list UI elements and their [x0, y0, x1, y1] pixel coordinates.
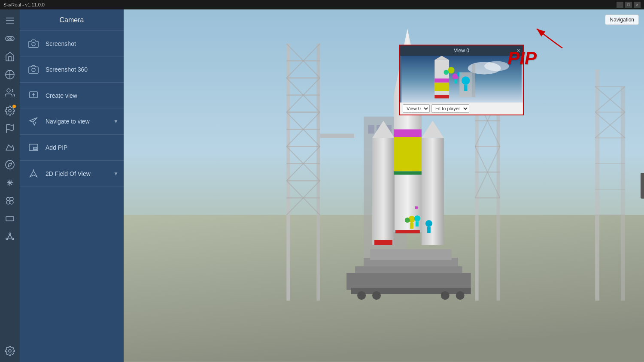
navigate-to-view-label: Navigate to view — [46, 118, 90, 125]
rectangle-icon — [5, 214, 15, 224]
compass-icon — [5, 160, 15, 170]
screenshot-icon — [27, 37, 40, 51]
svg-point-5 — [10, 38, 12, 39]
vr-icon — [5, 33, 15, 44]
svg-rect-118 — [357, 291, 366, 300]
svg-point-107 — [405, 217, 410, 223]
sidebar-item-menu[interactable] — [2, 13, 18, 28]
svg-point-4 — [8, 38, 9, 39]
add-pip-label: Add PIP — [46, 144, 67, 151]
create-view-icon — [27, 89, 40, 103]
svg-rect-133 — [434, 83, 449, 91]
svg-point-19 — [6, 197, 10, 201]
sidebar-item-transform[interactable] — [2, 175, 18, 190]
sidebar-item-objects[interactable] — [2, 193, 18, 208]
sidebar-item-gear[interactable] — [2, 343, 18, 359]
pip-scene — [400, 56, 523, 103]
sidebar-item-screenshot[interactable]: Screenshot — [20, 31, 124, 57]
navigation-button[interactable]: Navigation — [605, 15, 639, 25]
viewport-edge-tab[interactable] — [641, 173, 644, 199]
close-button[interactable]: × — [634, 2, 641, 8]
maximize-button[interactable]: □ — [625, 2, 632, 8]
svg-point-31 — [32, 42, 35, 46]
2d-fov-icon — [27, 167, 40, 181]
sidebar-items: Screenshot Screenshot 360 — [20, 31, 124, 362]
svg-marker-12 — [6, 145, 14, 150]
svg-point-9 — [7, 89, 10, 92]
svg-point-137 — [462, 76, 470, 84]
svg-line-28 — [10, 235, 12, 238]
sidebar-item-home[interactable] — [2, 49, 18, 64]
svg-line-27 — [8, 235, 10, 238]
sidebar-item-flag[interactable] — [2, 121, 18, 136]
flag-icon — [5, 124, 15, 134]
gear-icon — [5, 346, 15, 356]
sidebar-item-create-view[interactable]: Create view — [20, 83, 124, 109]
svg-point-25 — [6, 238, 8, 240]
svg-rect-119 — [372, 291, 381, 300]
main-viewport[interactable]: Navigation View 0 × — [124, 9, 644, 362]
svg-rect-112 — [427, 227, 431, 233]
group-icon — [5, 87, 15, 98]
svg-rect-43 — [316, 44, 320, 301]
pip-fit-select[interactable]: Fit to player — [431, 104, 469, 113]
sidebar-item-2d-fov[interactable]: 2D Field Of View ▼ — [20, 161, 124, 187]
rocket-scene — [124, 9, 644, 362]
sidebar-item-target[interactable] — [2, 67, 18, 82]
svg-rect-138 — [464, 85, 468, 91]
sidebar-item-navigate-to-view[interactable]: Navigate to view ▼ — [20, 109, 124, 134]
sidebar-item-landscape[interactable] — [2, 139, 18, 154]
svg-point-111 — [425, 220, 432, 227]
menu-icon — [5, 15, 15, 26]
add-pip-icon — [27, 141, 40, 154]
svg-point-24 — [9, 233, 11, 235]
pip-toolbar: View 0 Fit to player — [400, 103, 523, 115]
svg-rect-23 — [6, 217, 14, 221]
svg-rect-63 — [320, 134, 354, 138]
svg-point-26 — [12, 238, 14, 240]
sidebar-item-group[interactable] — [2, 85, 18, 100]
svg-rect-65 — [368, 125, 374, 134]
svg-rect-104 — [410, 223, 413, 229]
sidebar-item-vr[interactable] — [2, 31, 18, 46]
svg-rect-114 — [370, 249, 452, 260]
svg-point-105 — [414, 215, 420, 221]
svg-rect-102 — [394, 171, 422, 175]
sidebar-item-add-pip[interactable]: Add PIP — [20, 135, 124, 160]
window-controls: ─ □ × — [617, 2, 641, 8]
svg-rect-109 — [374, 240, 392, 245]
svg-point-30 — [9, 350, 11, 352]
sidebar-item-settings-badge[interactable] — [2, 103, 18, 118]
landscape-icon — [5, 142, 15, 152]
svg-marker-14 — [8, 163, 12, 166]
nodes-icon — [5, 232, 15, 242]
svg-rect-38 — [33, 147, 37, 150]
svg-rect-108 — [415, 206, 418, 209]
pip-content — [400, 56, 523, 103]
svg-point-21 — [10, 197, 13, 201]
icon-rail — [0, 9, 20, 362]
svg-rect-120 — [441, 291, 450, 300]
sidebar-item-nodes[interactable] — [2, 229, 18, 244]
create-view-label: Create view — [46, 92, 77, 99]
svg-rect-3 — [6, 36, 14, 41]
fov-arrow: ▼ — [113, 171, 118, 177]
sidebar-title: Camera — [60, 16, 84, 24]
svg-rect-110 — [395, 230, 420, 233]
pip-window: View 0 × — [399, 45, 524, 115]
settings-badge-icon — [5, 106, 15, 116]
svg-rect-82 — [595, 69, 599, 301]
svg-line-36 — [33, 121, 35, 122]
target-icon — [5, 69, 15, 80]
svg-point-128 — [444, 70, 449, 75]
pip-view-select[interactable]: View 0 — [403, 104, 430, 113]
pip-title-bar: View 0 × — [400, 45, 523, 56]
svg-rect-96 — [372, 138, 395, 245]
navigate-to-view-icon — [27, 115, 40, 128]
sidebar-item-rectangle[interactable] — [2, 211, 18, 226]
sidebar-item-screenshot360[interactable]: Screenshot 360 — [20, 57, 124, 82]
svg-rect-101 — [394, 137, 422, 172]
sidebar-item-compass[interactable] — [2, 157, 18, 172]
minimize-button[interactable]: ─ — [617, 2, 623, 8]
svg-rect-106 — [416, 221, 419, 226]
